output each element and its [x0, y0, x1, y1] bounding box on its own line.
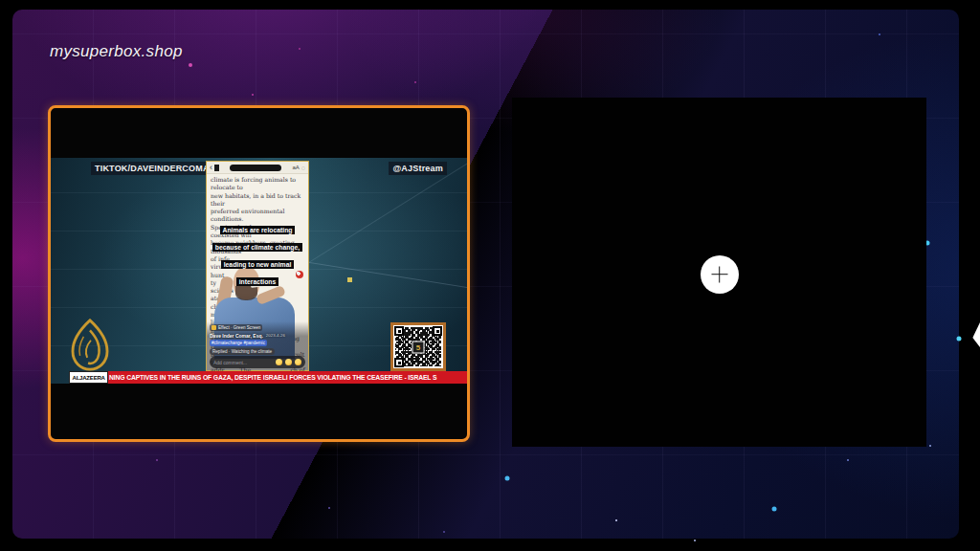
comment-input: Add comment...	[210, 356, 305, 368]
qr-center-logo: 5	[412, 341, 425, 353]
plus-icon	[719, 266, 721, 282]
stream-player-tile[interactable]: TIKTOK/DAVEINDERCOMAR @AJStream ‹ aA ◌ c…	[48, 105, 470, 442]
handle-label: @AJStream	[389, 162, 447, 175]
ticker-brand: ALJAZEERA	[69, 371, 108, 384]
emoji-icon	[295, 359, 301, 365]
aljazeera-logo-icon	[67, 319, 113, 371]
timestamp: 2023-4-26	[266, 333, 285, 338]
hashtag-row: #climatechange #pandemic	[210, 340, 267, 346]
star-field	[12, 10, 14, 11]
video-frame: TIKTOK/DAVEINDERCOMAR @AJStream ‹ aA ◌ c…	[51, 158, 467, 384]
qr-code: 5	[390, 322, 446, 371]
ticker-headline: NING CAPTIVES IN THE RUINS OF GAZA, DESP…	[106, 374, 436, 381]
source-label: TIKTOK/DAVEINDERCOMAR	[91, 162, 219, 175]
effect-icon	[212, 325, 216, 330]
ticker-headline-bar: NING CAPTIVES IN THE RUINS OF GAZA, DESP…	[106, 371, 467, 384]
effect-badge: Effect · Green Screen	[210, 324, 262, 331]
tiktok-live-ui: Effect · Green Screen Dave Inder Comar, …	[207, 321, 308, 371]
presenter-beard	[235, 286, 257, 300]
qr-finder	[433, 326, 442, 336]
qr-finder	[394, 326, 404, 336]
username: Dave Inder Comar, Esq.	[210, 333, 263, 339]
qr-finder	[394, 358, 404, 367]
watermark-url: mysuperbox.shop	[50, 42, 183, 61]
pin-icon	[296, 271, 303, 278]
pinned-comment: Replied · Watching the climate	[210, 348, 275, 355]
phone-screenshot: ‹ aA ◌ climate is forcing animals to rel…	[206, 161, 309, 371]
caption-overlay: Animals are relocating because of climat…	[207, 219, 308, 288]
add-channel-button[interactable]	[701, 255, 739, 294]
comment-placeholder: Add comment...	[213, 360, 247, 365]
emoji-icon	[285, 359, 292, 365]
studio-dot	[347, 277, 352, 282]
emoji-icon	[276, 359, 282, 365]
corner-glyph	[971, 322, 980, 347]
news-ticker: NING CAPTIVES IN THE RUINS OF GAZA, DESP…	[51, 371, 467, 384]
empty-channel-slot[interactable]	[512, 98, 926, 447]
emoji-row	[276, 359, 301, 365]
